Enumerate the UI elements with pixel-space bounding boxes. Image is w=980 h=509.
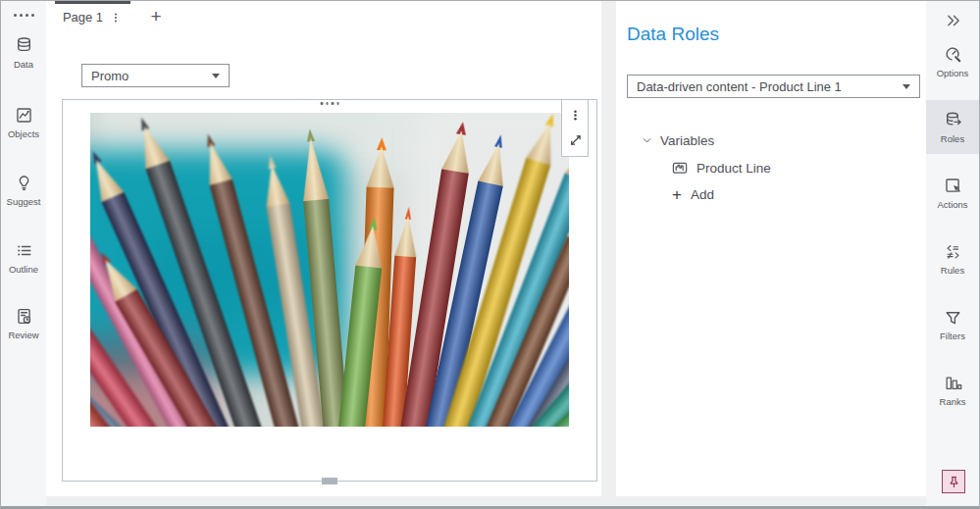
variable-item-product-line[interactable]: Product Line: [672, 160, 771, 177]
app-window: Data Objects Suggest: [0, 0, 980, 509]
chevron-down-icon: [903, 84, 910, 89]
variables-section-label: Variables: [660, 133, 714, 148]
chevron-down-icon: [641, 134, 653, 147]
object-drag-handle[interactable]: [321, 102, 339, 105]
category-bars-icon: [672, 160, 689, 177]
selected-object-frame[interactable]: [62, 99, 597, 482]
sidebar-item-review[interactable]: Review: [1, 297, 46, 349]
object-selector-value: Data-driven content - Product Line 1: [637, 79, 842, 94]
sidebar-label: Review: [8, 330, 38, 340]
promo-dropdown-value: Promo: [91, 69, 129, 83]
object-resize-handle[interactable]: [322, 478, 337, 484]
object-menu-kebab-icon[interactable]: [564, 105, 586, 127]
report-canvas: Page 1 + Promo: [46, 1, 601, 496]
rail-label: Options: [937, 68, 969, 78]
panel-title: Data Roles: [627, 24, 719, 45]
sidebar-item-objects[interactable]: Objects: [1, 96, 46, 148]
object-toolbar: [561, 99, 589, 157]
document-check-icon: [15, 307, 33, 326]
data-driven-content-image: [90, 113, 569, 427]
rail-item-roles[interactable]: Roles: [926, 100, 979, 154]
rail-label: Rules: [941, 265, 964, 276]
display-rules-icon: [944, 242, 962, 261]
rail-item-filters[interactable]: Filters: [926, 297, 979, 351]
add-variable-label: Add: [691, 187, 714, 202]
filter-funnel-icon: [944, 308, 962, 327]
data-roles-panel: Data Roles Data-driven content - Product…: [616, 1, 928, 496]
rail-label: Actions: [937, 199, 967, 210]
double-chevron-right-icon: [945, 12, 961, 28]
object-selector-dropdown[interactable]: Data-driven content - Product Line 1: [627, 75, 920, 98]
options-gauge-icon: [944, 45, 962, 64]
sidebar-label: Outline: [9, 264, 38, 275]
list-icon: [15, 241, 33, 260]
rail-item-ranks[interactable]: Ranks: [926, 363, 979, 417]
collapse-panel-button[interactable]: [926, 1, 979, 34]
left-toolbar: Data Objects Suggest: [1, 1, 46, 506]
maximize-object-icon[interactable]: [564, 128, 586, 150]
rail-label: Filters: [940, 331, 965, 341]
promo-control-dropdown[interactable]: Promo: [81, 64, 230, 87]
tab-menu-kebab-icon[interactable]: [109, 11, 123, 25]
sidebar-item-suggest[interactable]: Suggest: [1, 164, 46, 216]
roles-database-arrow-icon: [944, 111, 962, 129]
rail-item-rules[interactable]: Rules: [926, 231, 979, 285]
actions-cursor-icon: [944, 177, 962, 195]
rail-label: Ranks: [940, 396, 966, 407]
sidebar-label: Objects: [8, 128, 39, 139]
variables-section-header[interactable]: Variables: [641, 133, 714, 148]
tab-label: Page 1: [63, 10, 103, 25]
lightbulb-icon: [15, 174, 33, 192]
ranks-bars-icon: [944, 374, 962, 392]
app-menu-button[interactable]: [1, 14, 46, 17]
plus-icon: +: [672, 186, 682, 203]
pencils-layer: [90, 113, 569, 427]
sidebar-label: Suggest: [7, 196, 41, 207]
chevron-down-icon: [212, 74, 220, 78]
right-toolbar: Options Roles: [926, 1, 979, 506]
pin-panel-toggle[interactable]: [942, 470, 965, 493]
rail-label: Roles: [941, 133, 964, 144]
add-variable-button[interactable]: + Add: [672, 186, 714, 203]
variable-label: Product Line: [696, 161, 771, 176]
add-page-button[interactable]: +: [142, 3, 170, 30]
sidebar-item-outline[interactable]: Outline: [1, 231, 46, 283]
database-icon: [15, 36, 33, 55]
rail-item-options[interactable]: Options: [926, 34, 979, 88]
sidebar-item-data[interactable]: Data: [1, 26, 46, 78]
rail-item-actions[interactable]: Actions: [926, 166, 979, 220]
chart-in-box-icon: [15, 106, 33, 125]
sidebar-label: Data: [14, 59, 33, 70]
tab-page-1[interactable]: Page 1: [55, 1, 130, 30]
